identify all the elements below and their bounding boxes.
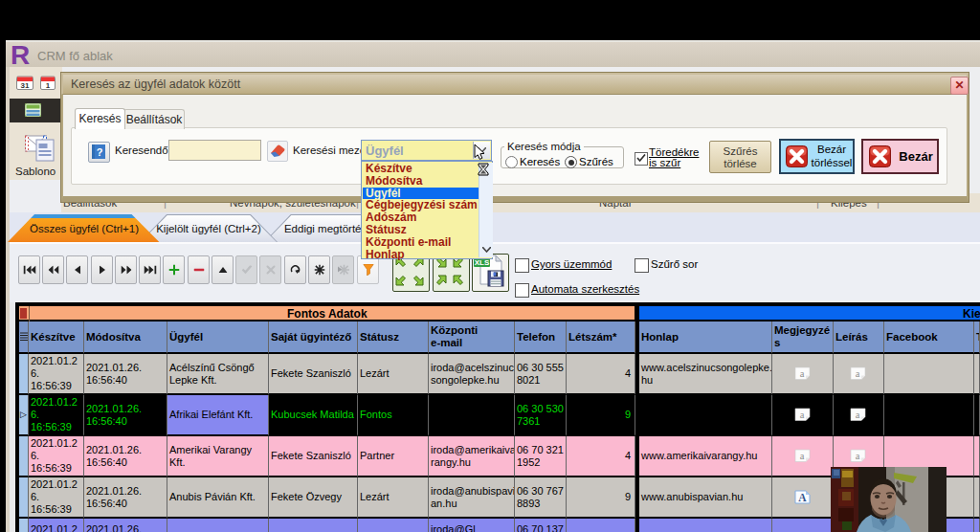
svg-text:a: a	[800, 410, 805, 420]
svg-text:a: a	[800, 451, 805, 461]
svg-text:a: a	[856, 410, 860, 420]
svg-text:a: a	[856, 451, 860, 461]
svg-text:a: a	[856, 368, 860, 379]
svg-text:A: A	[798, 492, 807, 503]
svg-text:?: ?	[97, 146, 103, 158]
svg-text:a: a	[800, 368, 805, 379]
